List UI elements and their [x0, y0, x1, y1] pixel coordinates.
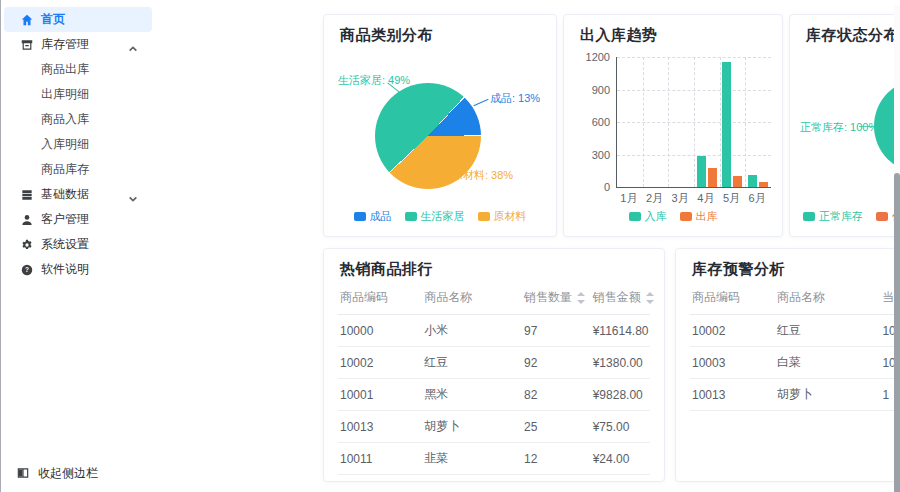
collapse-sidebar-icon	[16, 466, 31, 481]
sort-caret-icon[interactable]	[576, 292, 584, 304]
bar-出库[interactable]	[759, 182, 768, 187]
dashboard-main: 商品类别分布 生活家居: 49% 成品: 13% 原材料: 38% 成品生活家居…	[155, 0, 900, 492]
table-cell: 12	[522, 443, 591, 475]
column-header: 商品编码	[338, 283, 422, 315]
legend-swatch	[478, 212, 490, 221]
bar-入库[interactable]	[722, 62, 731, 187]
pie-leader-line	[859, 126, 874, 127]
y-axis-label: 1200	[568, 51, 610, 63]
legend-swatch	[803, 212, 815, 221]
bar-出库[interactable]	[733, 176, 742, 187]
bar-group-3月	[668, 57, 694, 187]
table-header-row: 商品编码商品名称销售数量销售金额	[338, 283, 650, 315]
sidebar-item-system-settings[interactable]: 系统设置	[4, 232, 152, 257]
sidebar-item-label: 软件说明	[41, 261, 89, 278]
user-icon	[19, 212, 34, 227]
sidebar-item-product-outbound[interactable]: 商品出库	[4, 57, 152, 82]
table-cell: ¥9828.00	[591, 379, 650, 411]
column-header[interactable]: 销售金额	[591, 283, 650, 315]
column-header-label: 商品编码	[340, 290, 388, 304]
bar-入库[interactable]	[697, 156, 706, 187]
x-axis-label: 2月	[642, 191, 668, 206]
sidebar-item-inventory-management[interactable]: 库存管理	[4, 32, 152, 57]
column-header-label: 商品名称	[777, 290, 825, 304]
bar-入库[interactable]	[748, 175, 757, 187]
sort-caret-icon[interactable]	[645, 292, 653, 304]
table-cell: 红豆	[775, 315, 880, 347]
column-header: 商品名称	[422, 283, 522, 315]
legend-item[interactable]: 入库	[629, 209, 667, 224]
legend-item[interactable]: 出库	[680, 209, 718, 224]
vertical-scrollbar	[894, 5, 900, 492]
table-cell: 82	[522, 379, 591, 411]
sidebar-item-outbound-detail[interactable]: 出库明细	[4, 82, 152, 107]
legend-label: 成品	[370, 209, 392, 224]
box-icon	[19, 37, 34, 52]
sidebar-item-product-stock[interactable]: 商品库存	[4, 157, 152, 182]
svg-text:?: ?	[25, 266, 29, 273]
collapse-sidebar-button[interactable]: 收起侧边栏	[1, 461, 155, 486]
column-header: 商品名称	[775, 283, 880, 315]
table-cell: 10001	[338, 379, 422, 411]
table-row: 10013胡萝卜11	[690, 379, 900, 411]
legend-item[interactable]: 生活家居	[405, 209, 465, 224]
collapse-sidebar-label: 收起侧边栏	[38, 465, 98, 482]
x-axis-label: 5月	[719, 191, 745, 206]
table-cell: 白菜	[775, 347, 880, 379]
legend-swatch	[876, 212, 888, 221]
x-axis-label: 4月	[693, 191, 719, 206]
legend-label: 正常库存	[819, 209, 863, 224]
legend-item[interactable]: 原材料	[478, 209, 527, 224]
pie-leader-line	[473, 99, 488, 106]
table-cell: 10013	[690, 379, 775, 411]
table-row: 10003白菜1001	[690, 347, 900, 379]
inout-bar-chart[interactable]	[616, 57, 771, 188]
column-header-label: 商品编码	[692, 290, 740, 304]
card-stock-warning: 库存预警分析 商品编码商品名称当前库存预警值10002红豆108510003白菜…	[675, 248, 900, 482]
column-header: 商品编码	[690, 283, 775, 315]
card-stock-status: 库存状态分布 正常库存: 100% 高库存预警: 1 正常库存低库存预警高库存预…	[789, 14, 900, 237]
table-cell: 黑米	[422, 379, 522, 411]
chevron-up-icon	[128, 40, 138, 50]
category-pie-legend: 成品生活家居原材料	[324, 209, 556, 224]
pie-label-finished: 成品: 13%	[490, 91, 540, 106]
table-cell: 韭菜	[422, 443, 522, 475]
legend-swatch	[629, 212, 641, 221]
card-category-distribution: 商品类别分布 生活家居: 49% 成品: 13% 原材料: 38% 成品生活家居…	[323, 14, 557, 237]
column-header-label: 商品名称	[424, 290, 472, 304]
sidebar: 首页库存管理商品出库出库明细商品入库入库明细商品库存基础数据客户管理系统设置?软…	[1, 0, 156, 492]
legend-item[interactable]: 正常库存	[803, 209, 863, 224]
table-cell: 小米	[422, 315, 522, 347]
stock-warning-table: 商品编码商品名称当前库存预警值10002红豆108510003白菜1001100…	[690, 283, 900, 411]
scrollbar-thumb[interactable]	[894, 173, 900, 492]
card-title-trend: 出入库趋势	[580, 26, 658, 45]
sidebar-item-customer-management[interactable]: 客户管理	[4, 207, 152, 232]
x-axis-label: 3月	[667, 191, 693, 206]
table-cell: 胡萝卜	[775, 379, 880, 411]
sidebar-item-label: 首页	[41, 11, 65, 28]
table-cell: 92	[522, 347, 591, 379]
legend-item[interactable]: 成品	[354, 209, 392, 224]
stock-status-legend: 正常库存低库存预警高库存预警	[790, 209, 900, 224]
table-header-row: 商品编码商品名称当前库存预警值	[690, 283, 900, 315]
sidebar-item-home[interactable]: 首页	[4, 7, 152, 32]
sidebar-item-product-inbound[interactable]: 商品入库	[4, 107, 152, 132]
legend-label: 原材料	[494, 209, 527, 224]
card-title-hot-products: 热销商品排行	[340, 260, 433, 279]
card-title-category: 商品类别分布	[340, 26, 433, 45]
bar-出库[interactable]	[708, 168, 717, 187]
sidebar-item-base-data[interactable]: 基础数据	[4, 182, 152, 207]
sidebar-item-label: 入库明细	[41, 136, 89, 153]
card-hot-products: 热销商品排行 商品编码商品名称销售数量销售金额10000小米97¥11614.8…	[323, 248, 665, 482]
bar-group-1月	[617, 57, 643, 187]
sidebar-item-label: 库存管理	[41, 36, 89, 53]
y-axis-label: 600	[568, 116, 610, 128]
sidebar-item-inbound-detail[interactable]: 入库明细	[4, 132, 152, 157]
hot-products-table: 商品编码商品名称销售数量销售金额10000小米97¥11614.8010002红…	[338, 283, 650, 475]
x-axis-label: 1月	[616, 191, 642, 206]
sidebar-item-software-info[interactable]: ?软件说明	[4, 257, 152, 282]
sidebar-nav: 首页库存管理商品出库出库明细商品入库入库明细商品库存基础数据客户管理系统设置?软…	[1, 7, 155, 282]
x-axis-label: 6月	[744, 191, 770, 206]
column-header[interactable]: 销售数量	[522, 283, 591, 315]
sidebar-item-label: 商品入库	[41, 111, 89, 128]
